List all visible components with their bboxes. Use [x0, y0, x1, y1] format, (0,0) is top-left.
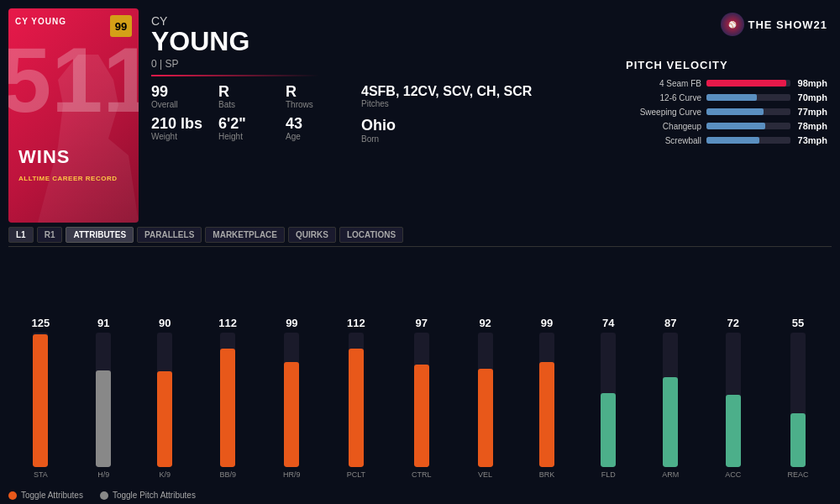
attr-name: FLD: [601, 470, 616, 479]
pv-bar: [706, 137, 759, 144]
pv-mph-label: 98mph: [795, 78, 827, 88]
tab-parallels[interactable]: PARALLELS: [137, 227, 202, 243]
pv-bar-container: [706, 80, 790, 87]
tabs-bar: L1 R1 ATTRIBUTES PARALLELS MARKETPLACE Q…: [8, 227, 832, 247]
attr-name: HR/9: [283, 470, 301, 479]
attr-bar: [157, 371, 172, 467]
attribute-column: 90 K/9: [157, 256, 172, 479]
pv-pitch-name: Screwball: [626, 136, 701, 145]
attribute-column: 74 FLD: [601, 256, 616, 479]
attr-bar-wrap: [790, 333, 806, 467]
attr-value: 55: [792, 317, 804, 329]
footer-dot-orange: [8, 491, 17, 500]
pv-bar: [706, 94, 757, 101]
pv-bar-container: [706, 137, 790, 144]
stat-weight: 210 lbs Weight: [151, 116, 218, 141]
pitch-velocity-row: Screwball 73mph: [626, 135, 827, 145]
stat-bats-label: Bats: [218, 100, 286, 109]
tab-quirks[interactable]: QUIRKS: [288, 227, 336, 243]
card-wins-text: WINS: [18, 146, 70, 168]
player-info: CY YOUNG 0 | SP: [151, 15, 487, 81]
attr-bar-wrap: [539, 333, 554, 467]
attr-bar: [220, 349, 235, 467]
pitch-velocity-title: PITCH VELOCITY: [626, 59, 827, 71]
attr-bar-wrap: [349, 333, 364, 467]
attr-value: 99: [541, 317, 553, 329]
attr-value: 91: [97, 317, 109, 329]
attr-value: 92: [479, 317, 491, 329]
attribute-column: 55 REAC: [787, 256, 808, 479]
stat-throws-value: R: [286, 84, 353, 99]
pitches-label: Pitches: [361, 99, 532, 108]
attr-bar-wrap: [284, 333, 299, 467]
mlb-logo-icon: ⚾: [721, 13, 744, 36]
attr-value: 74: [602, 317, 614, 329]
attr-bar: [539, 362, 554, 467]
stat-weight-label: Weight: [151, 132, 218, 141]
attr-name: H/9: [97, 470, 109, 479]
pitch-velocity-row: 4 Seam FB 98mph: [626, 78, 827, 88]
card-wins-sub: ALLTIME CAREER RECORD: [18, 175, 117, 182]
attr-bar: [478, 369, 493, 467]
attr-name: K/9: [160, 470, 171, 479]
attr-value: 87: [664, 317, 676, 329]
pitch-velocity-panel: PITCH VELOCITY 4 Seam FB 98mph 12-6 Curv…: [626, 59, 827, 150]
attribute-column: 97 CTRL: [412, 256, 432, 479]
pv-bar: [706, 108, 764, 115]
footer-toggle-attributes-label: Toggle Attributes: [21, 491, 83, 500]
card-player-name: CY YOUNG: [15, 17, 66, 26]
attr-name: BB/9: [219, 470, 236, 479]
tab-r1[interactable]: R1: [37, 227, 63, 243]
attr-value: 97: [416, 317, 428, 329]
attribute-column: 112 PCLT: [347, 256, 365, 479]
attr-value: 125: [32, 317, 50, 329]
attr-bar: [414, 365, 429, 467]
pv-bar: [706, 123, 765, 129]
stats-grid: 99 Overall R Bats R Throws 210 lbs Weigh…: [151, 84, 353, 141]
attr-value: 99: [286, 317, 297, 329]
attr-name: BRK: [539, 470, 555, 479]
player-first-name: CY: [151, 15, 487, 27]
attr-name: VEL: [478, 470, 492, 479]
player-last-name: YOUNG: [151, 27, 487, 56]
tab-attributes[interactable]: ATTRIBUTES: [66, 227, 134, 243]
pv-pitch-name: 4 Seam FB: [626, 79, 701, 88]
born-value: Ohio: [361, 117, 532, 134]
attr-value: 112: [347, 317, 365, 329]
footer-bar: Toggle Attributes Toggle Pitch Attribute…: [8, 491, 196, 500]
stat-bats: R Bats: [218, 84, 286, 109]
pv-mph-label: 70mph: [795, 92, 827, 102]
pitch-velocity-row: Changeup 78mph: [626, 121, 827, 131]
attr-bar: [33, 334, 48, 467]
attr-value: 72: [727, 317, 739, 329]
attr-bar: [284, 362, 299, 467]
attr-value: 112: [218, 317, 237, 329]
stat-height: 6'2" Height: [218, 116, 286, 141]
attr-name: ACC: [725, 470, 741, 479]
attr-bar-wrap: [601, 333, 616, 467]
attr-bar-wrap: [726, 333, 741, 467]
attr-bar: [601, 393, 616, 467]
player-card: 99 CY YOUNG 511 WINS ALLTIME CAREER RECO…: [8, 8, 139, 223]
pv-pitch-name: Sweeping Curve: [626, 108, 701, 117]
stat-height-value: 6'2": [218, 116, 286, 131]
attr-bar-wrap: [220, 333, 235, 467]
attr-name: STA: [34, 470, 48, 479]
attribute-column: 99 HR/9: [283, 256, 301, 479]
tab-marketplace[interactable]: MARKETPLACE: [205, 227, 285, 243]
attribute-column: 125 STA: [32, 256, 50, 479]
pitches-value: 4SFB, 12CV, SCV, CH, SCR: [361, 84, 532, 99]
pv-pitch-name: 12-6 Curve: [626, 93, 701, 102]
pv-pitch-name: Changeup: [626, 122, 701, 131]
tab-l1[interactable]: L1: [8, 227, 34, 243]
stat-bats-value: R: [218, 84, 286, 99]
attr-name: CTRL: [412, 470, 432, 479]
born-label: Born: [361, 134, 532, 144]
attr-bar-wrap: [157, 333, 172, 467]
attributes-area: 125 STA 91 H/9 90 K/9 112 BB/9 99: [8, 256, 832, 479]
attr-bar-wrap: [96, 333, 111, 467]
app-title: THE SHOW21: [748, 18, 827, 31]
stat-overall: 99 Overall: [151, 84, 218, 109]
tab-locations[interactable]: LOCATIONS: [339, 227, 403, 243]
app-logo: ⚾ THE SHOW21: [721, 13, 827, 36]
